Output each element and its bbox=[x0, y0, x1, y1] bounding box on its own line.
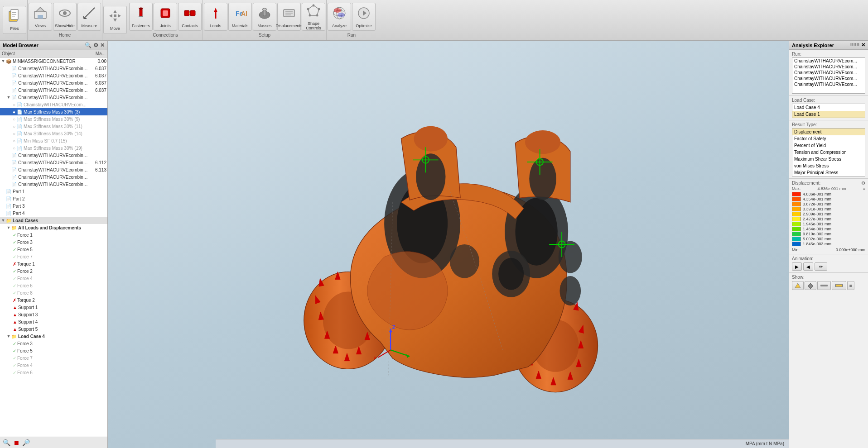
mb-config-icon[interactable]: ⚙ bbox=[93, 42, 98, 48]
list-item[interactable]: 📄 ChainstayWITHACURVEcombined5_ bbox=[0, 152, 107, 159]
masses-button[interactable]: Masses bbox=[253, 3, 276, 31]
mb-bottom-search-icon[interactable]: 🔍 bbox=[3, 439, 10, 446]
list-item[interactable]: ✓ Force 6 bbox=[0, 369, 107, 376]
ae-result-yield[interactable]: Percent of Yield bbox=[792, 142, 865, 149]
list-item[interactable]: ✓ Force 1 bbox=[0, 231, 107, 238]
list-item[interactable]: ✓ Force 8 bbox=[0, 289, 107, 296]
list-item[interactable]: ✓ Force 7 bbox=[0, 253, 107, 260]
tree-expand-root[interactable]: ▼ bbox=[1, 59, 5, 63]
ae-result-principal[interactable]: Major Principal Stress bbox=[792, 169, 865, 176]
scale-val-7: 1.945e-001 mm bbox=[803, 222, 831, 226]
displacements-button[interactable]: Displacements bbox=[277, 3, 301, 31]
ae-result-vonmises[interactable]: von Mises Stress bbox=[792, 162, 865, 169]
list-item[interactable]: ▼ 📁 All Loads and Displacements bbox=[0, 224, 107, 231]
shapecontrols-label: Shape Controls bbox=[302, 21, 325, 30]
show-btn-3[interactable] bbox=[817, 281, 831, 290]
list-item[interactable]: 📄 Part 1 bbox=[0, 188, 107, 195]
list-item[interactable]: ○ 📄 Max Stiffness Mass 30% (9) bbox=[0, 115, 107, 123]
list-item[interactable]: 📄 ChainstayWITHACURVEcombined5-2 bbox=[0, 173, 107, 181]
show-btn-2[interactable] bbox=[805, 281, 816, 290]
list-item[interactable]: ✓ Force 3 bbox=[0, 340, 107, 347]
list-item[interactable]: 📄 ChainstayWITHACURVEcombined5-1 bbox=[0, 181, 107, 188]
fasteners-button[interactable]: Fasteners bbox=[129, 3, 153, 31]
views-button[interactable]: Views bbox=[29, 3, 52, 31]
mb-bottom-stop-icon[interactable]: ⏹ bbox=[13, 439, 19, 446]
list-item[interactable]: 📄 Part 4 bbox=[0, 210, 107, 217]
ae-result-safety[interactable]: Factor of Safety bbox=[792, 135, 865, 142]
mb-search-icon[interactable]: 🔍 bbox=[85, 42, 92, 48]
list-item[interactable]: ▲ Support 3 bbox=[0, 311, 107, 318]
list-item[interactable]: ○ 📄 Max Stiffness Mass 30% (19) bbox=[0, 144, 107, 152]
ae-loadcase-item[interactable]: Load Case 4 bbox=[792, 104, 865, 111]
list-item[interactable]: ▲ Support 1 bbox=[0, 304, 107, 311]
ae-run-item[interactable]: ChainstayWITHACURVEcom... bbox=[792, 70, 865, 76]
list-item[interactable]: ○ 📄 Max Stiffness Mass 30% (11) bbox=[0, 123, 107, 130]
contacts-button[interactable]: Contacts bbox=[178, 3, 202, 31]
list-item[interactable]: 📄 ChainstayWITHACURVEcombined5_ 6.112 bbox=[0, 159, 107, 166]
list-item[interactable]: ▲ Support 4 bbox=[0, 318, 107, 325]
show-btn-4[interactable] bbox=[832, 281, 846, 290]
list-item[interactable]: 📄 ChainstayWITHACURVEcombined5_ 6.037 bbox=[0, 79, 107, 86]
ae-run-item[interactable]: ChainstayWITHACURVEcom... bbox=[792, 58, 865, 64]
animation-controls: ▶ ◀ ✏ bbox=[792, 262, 865, 271]
loads-button[interactable]: Loads bbox=[204, 3, 227, 31]
load-cases-section[interactable]: ▼ 📁 Load Cases bbox=[0, 217, 107, 224]
list-item[interactable]: ✓ Force 4 bbox=[0, 362, 107, 369]
list-item[interactable]: ✗ Torque 1 bbox=[0, 260, 107, 267]
ae-run-list[interactable]: ChainstayWITHACURVEcom... ChainstayWITHA… bbox=[792, 57, 865, 94]
list-item[interactable]: ✓ Force 2 bbox=[0, 267, 107, 275]
list-item[interactable]: ✓ Force 3 bbox=[0, 238, 107, 246]
list-item[interactable]: ○ 📄 ChainstayWITHACURVEcom... bbox=[0, 101, 107, 108]
mb-bottom-zoom-icon[interactable]: 🔎 bbox=[22, 439, 30, 446]
tree-item-root[interactable]: ▼ 📦 MINMASSRIGIDCONNECTOR 0.00 bbox=[0, 57, 107, 65]
scale-config-icon[interactable]: ⚙ bbox=[861, 181, 865, 186]
anim-edit-button[interactable]: ✏ bbox=[815, 262, 827, 271]
model-3d-view: Z X bbox=[265, 91, 646, 398]
list-item[interactable]: ✓ Force 7 bbox=[0, 354, 107, 362]
ae-run-item[interactable]: ChainstayWITHACURVEcom... bbox=[792, 76, 865, 81]
shapecontrols-button[interactable]: Shape Controls bbox=[302, 3, 325, 31]
anim-back-button[interactable]: ◀ bbox=[803, 262, 813, 271]
list-item[interactable]: ✓ Force 4 bbox=[0, 275, 107, 282]
viewport[interactable]: Z X MPA (mm t N MPa) bbox=[108, 41, 789, 448]
list-item[interactable]: ▲ Support 5 bbox=[0, 325, 107, 333]
measure-button[interactable]: Measure bbox=[77, 3, 101, 31]
ae-close-icon[interactable]: ✕ bbox=[861, 42, 865, 48]
anim-play-button[interactable]: ▶ bbox=[792, 262, 802, 271]
move-button[interactable]: Move bbox=[103, 6, 127, 34]
list-item[interactable]: ✓ Force 6 bbox=[0, 282, 107, 289]
optimize-button[interactable]: Optimize bbox=[352, 3, 376, 31]
selected-tree-item[interactable]: ● 📄 Max Stiffness Mass 30% (3) bbox=[0, 108, 107, 115]
mb-close-icon[interactable]: ✕ bbox=[100, 42, 105, 48]
showhide-button[interactable]: Show/Hide bbox=[53, 3, 77, 31]
ae-loadcase-item-selected[interactable]: Load Case 1 bbox=[792, 111, 865, 118]
list-item[interactable]: 📄 Part 3 bbox=[0, 202, 107, 210]
list-item[interactable]: ▼ 📄 ChainstayWITHACURVEcombined5_ bbox=[0, 94, 107, 101]
list-item[interactable]: 📄 ChainstayWITHACURVEcombined5_ 6.113 bbox=[0, 166, 107, 173]
analyze-button[interactable]: Analyze bbox=[328, 3, 351, 31]
ae-run-item[interactable]: ChainstayWITHACURVEcom... bbox=[792, 81, 865, 87]
list-item[interactable]: ○ 📄 Min Mass SF 0.7 (15) bbox=[0, 137, 107, 144]
list-item[interactable]: ✓ Force 5 bbox=[0, 246, 107, 253]
list-item[interactable]: 📄 ChainstayWITHACURVEcombined5_ 6.037 bbox=[0, 72, 107, 79]
list-item[interactable]: ○ 📄 Max Stiffness Mass 30% (14) bbox=[0, 130, 107, 137]
materials-button[interactable]: Fe Al Materials bbox=[228, 3, 252, 31]
scale-color-3 bbox=[792, 202, 801, 206]
files-button[interactable]: Files bbox=[3, 6, 26, 34]
ae-result-tension[interactable]: Tension and Compression bbox=[792, 149, 865, 156]
list-item[interactable]: ▼ 📁 Load Case 4 bbox=[0, 333, 107, 340]
joints-button[interactable]: Joints bbox=[154, 3, 177, 31]
ae-result-displacement[interactable]: Displacement bbox=[792, 129, 865, 135]
scale-options-icon[interactable]: ≡ bbox=[863, 186, 865, 191]
ae-result-shear[interactable]: Maximum Shear Stress bbox=[792, 156, 865, 162]
scale-val-4: 3.391e-001 mm bbox=[803, 207, 831, 211]
list-item[interactable]: ✗ Torque 2 bbox=[0, 296, 107, 304]
show-btn-1[interactable] bbox=[792, 281, 804, 290]
ae-run-item[interactable]: ChainstayWITHACURVEcom... bbox=[792, 64, 865, 70]
list-item[interactable]: 📄 Part 2 bbox=[0, 195, 107, 202]
show-options-button[interactable]: ≡ bbox=[847, 281, 854, 290]
list-item[interactable]: 📄 ChainstayWITHACURVEcombined5_ 6.037 bbox=[0, 65, 107, 72]
list-item[interactable]: 📄 ChainstayWITHACURVEcombined5_ 6.037 bbox=[0, 86, 107, 94]
list-item[interactable]: ✓ Force 5 bbox=[0, 347, 107, 354]
scale-val-3: 3.872e-001 mm bbox=[803, 202, 831, 206]
